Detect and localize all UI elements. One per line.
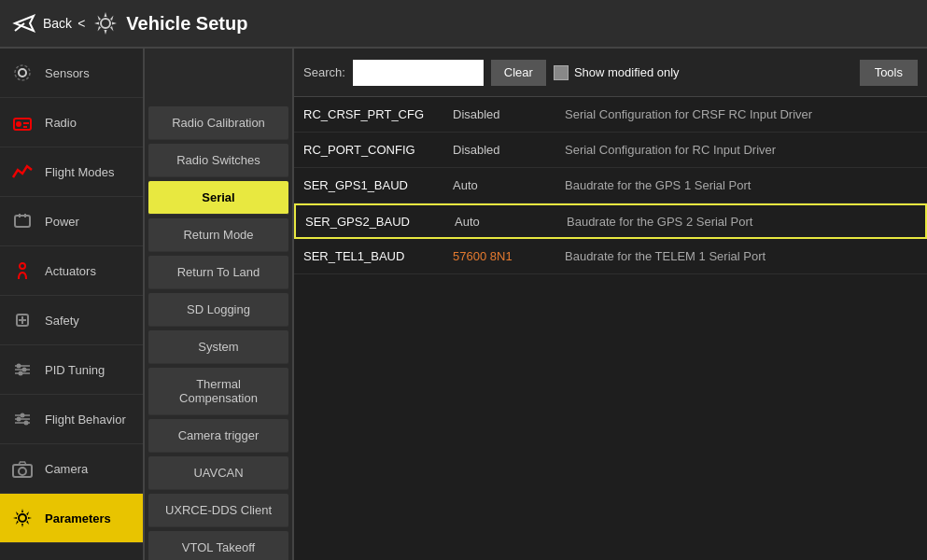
table-row-highlighted[interactable]: SER_GPS2_BAUD Auto Baudrate for the GPS … bbox=[294, 203, 927, 239]
clear-button[interactable]: Clear bbox=[491, 60, 546, 86]
param-value: 57600 8N1 bbox=[453, 249, 565, 263]
title-text: Vehicle Setup bbox=[126, 13, 247, 35]
sidebar-item-parameters[interactable]: Parameters bbox=[0, 494, 143, 543]
flight-behavior-icon bbox=[9, 406, 35, 432]
nav-item-radio-switches[interactable]: Radio Switches bbox=[148, 144, 288, 177]
radio-icon bbox=[9, 109, 35, 135]
param-desc: Baudrate for the GPS 2 Serial Port bbox=[567, 215, 916, 229]
header-gear-icon bbox=[92, 10, 119, 36]
nav-item-uxrce-dds-client[interactable]: UXRCE-DDS Client bbox=[148, 494, 288, 527]
sidebar-item-flight-behavior-label: Flight Behavior bbox=[45, 413, 126, 427]
sidebar-item-radio[interactable]: Radio bbox=[0, 98, 143, 147]
sidebar-item-power-label: Power bbox=[45, 215, 79, 229]
nav-item-system[interactable]: System bbox=[148, 330, 288, 364]
params-table: RC_CRSF_PRT_CFG Disabled Serial Configur… bbox=[294, 97, 927, 560]
sidebar-item-parameters-label: Parameters bbox=[45, 511, 111, 525]
nav-item-vtol-takeoff[interactable]: VTOL Takeoff bbox=[148, 531, 288, 560]
sidebar-item-actuators-label: Actuators bbox=[45, 264, 96, 278]
svg-point-29 bbox=[19, 468, 26, 475]
svg-point-21 bbox=[19, 371, 23, 376]
svg-point-6 bbox=[16, 121, 21, 127]
power-icon bbox=[9, 208, 35, 234]
sidebar-item-sensors[interactable]: Sensors bbox=[0, 49, 143, 98]
param-name: SER_TEL1_BAUD bbox=[303, 249, 453, 263]
camera-icon bbox=[9, 455, 35, 482]
svg-point-25 bbox=[21, 413, 25, 418]
svg-point-3 bbox=[19, 69, 26, 77]
pid-tuning-icon bbox=[9, 357, 35, 383]
param-desc: Baudrate for the TELEM 1 Serial Port bbox=[565, 249, 918, 263]
nav-item-uavcan[interactable]: UAVCAN bbox=[148, 456, 288, 490]
svg-point-4 bbox=[15, 65, 30, 80]
nav-item-camera-trigger[interactable]: Camera trigger bbox=[148, 419, 288, 453]
param-desc: Serial Configuration for RC Input Driver bbox=[565, 143, 918, 157]
sidebar-item-camera-label: Camera bbox=[45, 462, 88, 476]
svg-point-2 bbox=[101, 19, 110, 28]
nav-item-sd-logging[interactable]: SD Logging bbox=[148, 293, 288, 327]
svg-point-27 bbox=[24, 421, 29, 426]
param-value: Disabled bbox=[453, 143, 565, 157]
nav-item-return-to-land[interactable]: Return To Land bbox=[148, 256, 288, 289]
actuators-icon bbox=[9, 258, 35, 284]
table-row[interactable]: SER_GPS1_BAUD Auto Baudrate for the GPS … bbox=[294, 168, 927, 203]
svg-point-12 bbox=[20, 263, 25, 269]
safety-icon bbox=[9, 307, 35, 333]
sidebar-item-camera[interactable]: Camera bbox=[0, 444, 143, 494]
main-layout: Sensors Radio Flight Modes Power Actuato bbox=[0, 49, 927, 560]
flight-modes-icon bbox=[9, 159, 35, 185]
sidebar-item-actuators[interactable]: Actuators bbox=[0, 246, 143, 296]
separator: < bbox=[77, 16, 85, 31]
param-value: Disabled bbox=[453, 107, 565, 121]
svg-rect-7 bbox=[23, 122, 29, 124]
show-modified-label: Show modified only bbox=[574, 65, 680, 79]
sensors-icon bbox=[9, 60, 35, 86]
nav-item-radio-calibration[interactable]: Radio Calibration bbox=[148, 106, 288, 140]
param-name: RC_CRSF_PRT_CFG bbox=[303, 107, 453, 121]
nav-item-thermal-compensation[interactable]: Thermal Compensation bbox=[148, 368, 288, 415]
param-name: RC_PORT_CONFIG bbox=[303, 143, 453, 157]
sidebar-item-pid-tuning[interactable]: PID Tuning bbox=[0, 345, 143, 395]
param-value: Auto bbox=[453, 178, 565, 192]
app-header: Back < Vehicle Setup bbox=[0, 0, 927, 49]
search-label: Search: bbox=[303, 65, 345, 79]
svg-point-30 bbox=[19, 514, 26, 522]
nav-item-serial[interactable]: Serial bbox=[148, 181, 288, 215]
back-label: Back bbox=[43, 16, 72, 31]
table-row[interactable]: SER_TEL1_BAUD 57600 8N1 Baudrate for the… bbox=[294, 239, 927, 274]
svg-point-26 bbox=[17, 417, 21, 422]
show-modified-checkbox[interactable] bbox=[554, 65, 569, 80]
tools-button[interactable]: Tools bbox=[860, 60, 918, 86]
back-button[interactable]: Back < bbox=[11, 10, 85, 36]
plane-icon bbox=[11, 10, 37, 36]
table-row[interactable]: RC_PORT_CONFIG Disabled Serial Configura… bbox=[294, 133, 927, 168]
search-input[interactable] bbox=[353, 60, 484, 86]
sidebar-item-power[interactable]: Power bbox=[0, 197, 143, 246]
show-modified-checkbox-wrapper[interactable]: Show modified only bbox=[554, 65, 680, 80]
sidebar: Sensors Radio Flight Modes Power Actuato bbox=[0, 49, 145, 560]
sidebar-item-flight-modes[interactable]: Flight Modes bbox=[0, 147, 143, 197]
param-name: SER_GPS1_BAUD bbox=[303, 178, 453, 192]
param-name: SER_GPS2_BAUD bbox=[305, 215, 455, 229]
sidebar-item-pid-tuning-label: PID Tuning bbox=[45, 363, 105, 377]
nav-item-return-mode[interactable]: Return Mode bbox=[148, 218, 288, 252]
sidebar-item-safety[interactable]: Safety bbox=[0, 296, 143, 345]
toolbar: Search: Clear Show modified only Tools bbox=[294, 49, 927, 97]
param-desc: Baudrate for the GPS 1 Serial Port bbox=[565, 178, 918, 192]
svg-point-19 bbox=[17, 364, 21, 369]
param-desc: Serial Configuration for CRSF RC Input D… bbox=[565, 107, 918, 121]
sidebar-item-flight-modes-label: Flight Modes bbox=[45, 165, 114, 179]
table-row[interactable]: RC_CRSF_PRT_CFG Disabled Serial Configur… bbox=[294, 97, 927, 133]
svg-rect-9 bbox=[15, 216, 30, 227]
svg-rect-8 bbox=[23, 126, 27, 128]
svg-point-20 bbox=[22, 368, 27, 372]
param-value: Auto bbox=[455, 215, 567, 229]
nav-panel: Radio Calibration Radio Switches Serial … bbox=[145, 49, 294, 560]
sidebar-item-flight-behavior[interactable]: Flight Behavior bbox=[0, 395, 143, 444]
sidebar-item-safety-label: Safety bbox=[45, 314, 79, 328]
content-area: Search: Clear Show modified only Tools R… bbox=[294, 49, 927, 560]
page-title: Vehicle Setup bbox=[92, 10, 247, 36]
parameters-gear-icon bbox=[9, 505, 35, 531]
sidebar-item-radio-label: Radio bbox=[45, 116, 77, 130]
sidebar-item-sensors-label: Sensors bbox=[45, 66, 90, 80]
